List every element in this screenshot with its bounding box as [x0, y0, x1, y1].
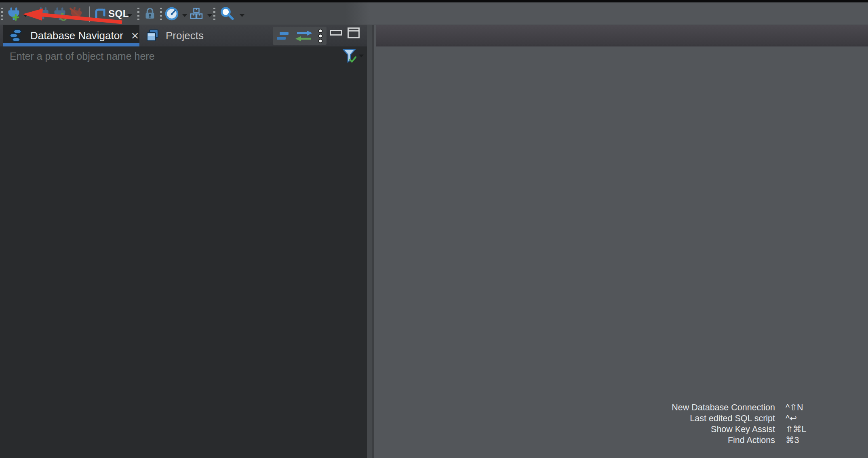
tab-projects[interactable]: Projects	[139, 25, 216, 46]
shortcut-label: New Database Connection	[672, 402, 775, 413]
main-toolbar: SQL	[0, 2, 868, 25]
plug-icon	[36, 6, 50, 20]
sql-editor-icon	[94, 6, 107, 21]
view-toolbar	[273, 27, 327, 45]
lock-icon	[143, 7, 157, 21]
packages-icon	[189, 6, 204, 21]
tab-label: Database Navigator	[30, 29, 123, 42]
object-filter-row	[0, 46, 367, 66]
database-stack-icon	[8, 27, 25, 44]
shortcut-keys: ⇧⌘L	[786, 424, 824, 435]
plug-slash-icon	[69, 6, 83, 21]
driver-manager-button[interactable]	[189, 6, 204, 21]
lock-workspace-button[interactable]	[143, 7, 157, 21]
gauge-icon	[164, 6, 179, 21]
panel-resize-sash[interactable]	[367, 25, 374, 458]
maximize-view-button[interactable]	[348, 27, 360, 39]
shortcut-keys: ^⇧N	[786, 402, 824, 413]
toolbar-drag-handle[interactable]	[137, 8, 139, 22]
search-button[interactable]	[220, 6, 235, 21]
disconnect-button[interactable]	[69, 6, 83, 21]
toolbar-drag-handle[interactable]	[160, 8, 162, 22]
reconnect-button[interactable]	[53, 6, 68, 21]
shortcut-row: New Database Connection ^⇧N	[672, 402, 824, 413]
plug-plus-icon	[6, 6, 21, 21]
link-with-editor-icon	[295, 29, 313, 42]
tab-label: Projects	[166, 29, 204, 42]
editor-tabstrip	[376, 25, 868, 46]
shortcut-row: Last edited SQL script ^↩	[672, 413, 824, 424]
filter-settings-button[interactable]	[341, 47, 357, 63]
toolbar-drag-handle[interactable]	[213, 8, 215, 22]
dashboard-button[interactable]	[164, 6, 179, 21]
navigator-tree-area	[0, 66, 367, 458]
shortcut-label: Last edited SQL script	[690, 413, 775, 424]
dashboard-dropdown-arrow[interactable]	[182, 14, 188, 17]
minimize-icon	[330, 30, 343, 36]
new-connection-dropdown-arrow[interactable]	[23, 14, 28, 17]
shortcut-row: Find Actions ⌘3	[672, 435, 824, 446]
collapse-all-icon	[276, 31, 290, 41]
editor-area: New Database Connection ^⇧N Last edited …	[376, 25, 868, 458]
shortcut-row: Show Key Assist ⇧⌘L	[672, 424, 824, 435]
link-with-editor-button[interactable]	[295, 29, 313, 42]
toolbar-separator	[89, 6, 90, 22]
sql-label: SQL	[108, 8, 129, 19]
view-menu-button[interactable]	[318, 29, 323, 43]
shortcut-label: Show Key Assist	[711, 424, 775, 435]
shortcut-keys: ^↩	[786, 413, 824, 424]
filter-dropdown-arrow[interactable]	[359, 55, 364, 57]
object-filter-input[interactable]	[10, 48, 301, 64]
shortcut-label: Find Actions	[728, 435, 775, 446]
collapse-all-button[interactable]	[276, 31, 290, 41]
search-icon	[220, 6, 235, 21]
plug-refresh-icon	[53, 6, 68, 21]
new-connection-button[interactable]	[6, 6, 21, 21]
maximize-icon	[348, 27, 360, 39]
dbeaver-window: SQL	[0, 0, 868, 458]
minimize-view-button[interactable]	[330, 30, 343, 36]
connect-button[interactable]	[36, 6, 50, 20]
shortcut-hints: New Database Connection ^⇧N Last edited …	[672, 402, 824, 446]
driver-manager-dropdown-arrow[interactable]	[207, 14, 213, 17]
toolbar-drag-handle[interactable]	[1, 8, 3, 22]
projects-icon	[145, 28, 160, 44]
vertical-dots-icon	[318, 29, 323, 43]
sql-editor-dropdown-arrow[interactable]	[127, 14, 133, 17]
search-dropdown-arrow[interactable]	[239, 14, 245, 17]
funnel-check-icon	[341, 47, 357, 63]
close-icon[interactable]: ×	[131, 29, 139, 42]
database-navigator-panel: Database Navigator × Projects	[0, 25, 367, 458]
tab-database-navigator[interactable]: Database Navigator ×	[3, 25, 139, 46]
panel-tabstrip: Database Navigator × Projects	[0, 25, 367, 46]
shortcut-keys: ⌘3	[786, 435, 824, 446]
new-sql-editor-button[interactable]: SQL	[94, 6, 129, 21]
